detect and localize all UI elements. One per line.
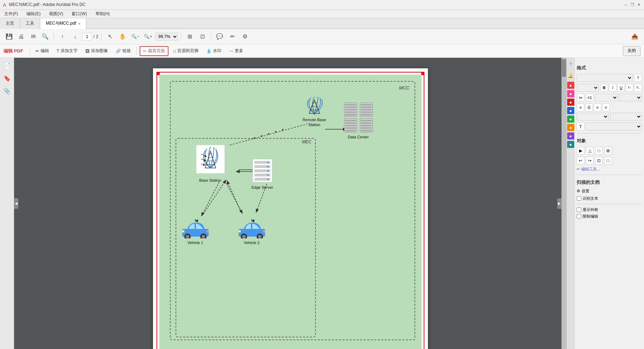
share-button[interactable]: ⊡: [197, 31, 208, 42]
select-obj-btn[interactable]: ▶: [577, 147, 584, 155]
header-footer-button[interactable]: □ 页眉和页脚: [171, 46, 201, 56]
crop-button[interactable]: ✂ 裁剪页面: [140, 46, 168, 56]
tab-active-pdf[interactable]: MEC与MCC.pdf ×: [40, 18, 86, 29]
export-button[interactable]: 📤: [629, 31, 640, 42]
settings-label[interactable]: 设置: [582, 188, 589, 194]
subscript-btn[interactable]: T↓: [634, 84, 642, 92]
menu-window[interactable]: 窗口(W): [70, 10, 88, 18]
text-spacing-select[interactable]: [586, 123, 642, 130]
ungroup-btn[interactable]: □: [604, 157, 612, 164]
fontsize-select[interactable]: [577, 84, 599, 92]
italic-btn[interactable]: I: [609, 84, 617, 92]
menu-edit[interactable]: 编辑(E): [25, 10, 42, 18]
menu-help[interactable]: 帮助(H): [94, 10, 111, 18]
tab-close-icon[interactable]: ×: [78, 21, 80, 26]
edit-text-button[interactable]: ✏ 编辑: [33, 46, 52, 56]
font-size-info-btn[interactable]: ?: [634, 74, 642, 82]
tab-tools[interactable]: 工具: [20, 18, 40, 29]
svg-point-3: [268, 133, 269, 135]
panel-tab-active[interactable]: ■: [567, 82, 574, 89]
arrange-obj-btn[interactable]: ⊞: [604, 147, 612, 155]
right-expand-handle[interactable]: ▶: [557, 198, 562, 209]
sidebar-bookmarks-icon[interactable]: 🔖: [2, 73, 12, 83]
edit-tools-link[interactable]: 编辑工具...: [581, 167, 600, 172]
spacing-select1[interactable]: [577, 113, 609, 120]
redo-btn[interactable]: ↪: [586, 157, 594, 164]
cursor-tool[interactable]: ↖: [104, 31, 116, 42]
data-center-label: Data Center: [343, 135, 374, 139]
panel-tab-notify[interactable]: 🔔: [567, 70, 574, 81]
page-input[interactable]: [82, 33, 92, 40]
zoom-in-button[interactable]: 🔍+: [142, 31, 154, 42]
tools-button[interactable]: ⚙: [239, 31, 251, 42]
rotate-obj-btn[interactable]: △: [586, 147, 594, 155]
recognize-text-label: 识别文本: [583, 196, 598, 201]
list-style-select2[interactable]: [619, 94, 642, 101]
left-sidebar: 📄 🔖 📎: [0, 58, 14, 349]
recognize-text-checkbox[interactable]: [577, 196, 581, 201]
sidebar-attachments-icon[interactable]: 📎: [2, 86, 12, 96]
search-button[interactable]: 🔍: [39, 31, 51, 42]
undo-btn[interactable]: ↩: [577, 157, 584, 164]
group-btn[interactable]: ⊡: [595, 157, 603, 164]
sidebar-pages-icon[interactable]: 📄: [2, 61, 12, 70]
numbered-list-btn[interactable]: ≡1: [586, 94, 594, 101]
superscript-btn[interactable]: T↑: [626, 84, 633, 92]
menu-file[interactable]: 文件(F): [3, 10, 19, 18]
show-outline-checkbox[interactable]: [577, 207, 581, 212]
panel-tab-orange[interactable]: ■: [567, 124, 574, 131]
prev-page-button[interactable]: ↑: [57, 31, 68, 42]
panel-tab-pink[interactable]: ■: [567, 90, 574, 97]
spacing-select2[interactable]: [610, 113, 642, 120]
crop-corner-tr[interactable]: [421, 72, 424, 75]
email-button[interactable]: ✉: [27, 31, 39, 42]
svg-rect-27: [361, 104, 372, 106]
tab-home[interactable]: 主页: [0, 18, 20, 29]
diagram-background: MCC MEC: [159, 75, 422, 349]
scrollbar-track[interactable]: [562, 58, 566, 349]
print-button[interactable]: 🖨: [16, 31, 27, 42]
divider-1: [577, 133, 642, 133]
comment-button[interactable]: 💬: [214, 31, 225, 42]
panel-tab-help[interactable]: ?: [567, 59, 574, 70]
more-button[interactable]: ⋯ 更多: [226, 46, 246, 56]
close-window-button[interactable]: ✕: [636, 2, 641, 7]
close-edit-button[interactable]: 关闭: [623, 46, 640, 56]
hand-tool[interactable]: ✋: [117, 31, 128, 42]
minimize-button[interactable]: ─: [624, 2, 628, 7]
menu-view[interactable]: 视图(V): [48, 10, 65, 18]
svg-point-5: [282, 129, 283, 130]
limit-edit-checkbox[interactable]: [577, 214, 581, 219]
panel-tab-red2[interactable]: ■: [567, 99, 574, 106]
zoom-out-button[interactable]: 🔍−: [130, 31, 141, 42]
maximize-button[interactable]: ❐: [630, 2, 635, 7]
view-options-button[interactable]: ⊞: [184, 31, 195, 42]
left-collapse-handle[interactable]: ◀: [14, 198, 18, 209]
align-left-btn[interactable]: ≡: [577, 104, 584, 111]
bold-btn[interactable]: B: [600, 84, 608, 92]
svg-rect-41: [361, 125, 372, 126]
next-page-button[interactable]: ↓: [69, 31, 81, 42]
scrollbar-thumb[interactable]: [562, 59, 566, 77]
save-button[interactable]: 💾: [4, 31, 15, 42]
panel-tab-green[interactable]: ■: [567, 116, 574, 123]
link-button[interactable]: 🔗 链接: [113, 46, 134, 56]
align-center-btn[interactable]: ☰: [585, 104, 593, 111]
font-select[interactable]: [577, 74, 633, 82]
align-justify-btn[interactable]: ≡: [602, 104, 610, 111]
text-color-btn[interactable]: T: [577, 123, 584, 130]
watermark-button[interactable]: 💧 水印: [203, 46, 224, 56]
zoom-select[interactable]: 99.7% 50% 75% 100% 150%: [155, 33, 178, 40]
underline-btn[interactable]: U: [617, 84, 625, 92]
annotate-button[interactable]: ✏: [227, 31, 238, 42]
bullet-list-btn[interactable]: ≡•: [577, 94, 584, 101]
crop-obj-btn[interactable]: □: [595, 147, 603, 155]
panel-tab-blue[interactable]: ■: [567, 107, 574, 114]
panel-tab-teal[interactable]: ■: [567, 141, 574, 148]
add-text-button[interactable]: T 添加文字: [54, 46, 80, 56]
list-style-select[interactable]: [595, 94, 618, 101]
add-image-button[interactable]: 🖼 添加图像: [82, 46, 111, 56]
svg-marker-15: [309, 100, 320, 113]
align-right-btn[interactable]: ≡: [594, 104, 601, 111]
panel-tab-purple[interactable]: ■: [567, 132, 574, 139]
